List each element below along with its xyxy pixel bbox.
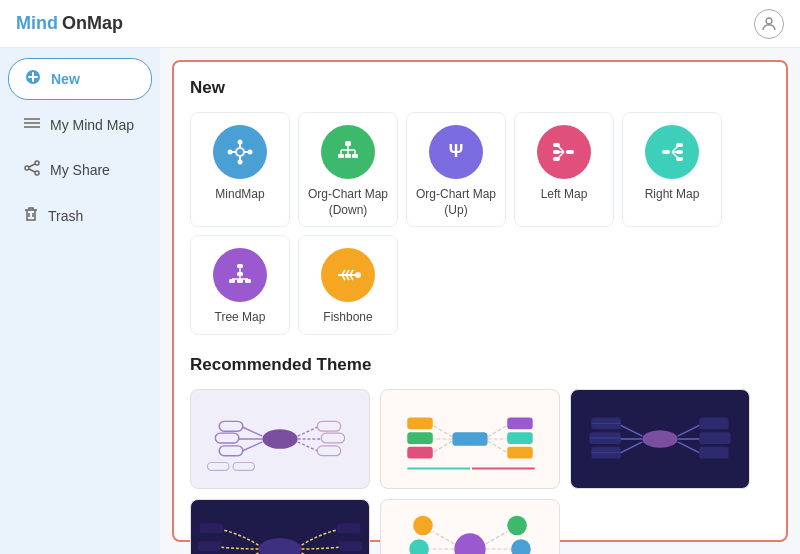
svg-point-7: [35, 171, 39, 175]
main-content: New: [160, 48, 800, 554]
svg-rect-101: [699, 417, 728, 429]
recommended-section-title: Recommended Theme: [190, 355, 770, 375]
svg-line-89: [488, 441, 510, 454]
svg-rect-78: [452, 432, 487, 446]
logo: MindOnMap: [16, 13, 123, 34]
svg-point-6: [25, 166, 29, 170]
map-card-right-map[interactable]: Right Map: [622, 112, 722, 227]
map-card-org-chart-up[interactable]: Ψ Org-Chart Map (Up): [406, 112, 506, 227]
tree-map-label: Tree Map: [215, 310, 266, 326]
org-chart-up-label: Org-Chart Map (Up): [415, 187, 497, 218]
sidebar-new-label: New: [51, 71, 80, 87]
new-section-title: New: [190, 78, 770, 98]
svg-rect-114: [339, 541, 363, 551]
svg-line-123: [486, 531, 508, 544]
svg-rect-110: [200, 523, 224, 533]
my-mind-map-icon: [24, 116, 40, 134]
svg-rect-36: [553, 143, 560, 147]
svg-line-85: [488, 424, 510, 437]
right-map-icon: [645, 125, 699, 179]
sidebar-my-mind-map-label: My Mind Map: [50, 117, 134, 133]
svg-point-93: [642, 430, 677, 448]
svg-point-20: [228, 150, 233, 155]
map-card-tree-map[interactable]: Tree Map: [190, 235, 290, 335]
map-card-left-map[interactable]: Left Map: [514, 112, 614, 227]
svg-rect-45: [676, 157, 683, 161]
svg-point-13: [237, 149, 243, 155]
theme-card-5[interactable]: [380, 499, 560, 554]
svg-rect-46: [237, 264, 243, 268]
svg-line-79: [431, 424, 453, 437]
svg-line-9: [29, 169, 35, 172]
svg-rect-111: [198, 541, 222, 551]
layout: New My Mind Map My Share: [0, 48, 800, 554]
fishbone-icon: [321, 248, 375, 302]
map-card-mindmap[interactable]: MindMap: [190, 112, 290, 227]
svg-point-21: [248, 150, 253, 155]
svg-rect-39: [662, 150, 670, 154]
mindmap-label: MindMap: [215, 187, 264, 203]
svg-rect-22: [345, 141, 351, 146]
svg-rect-37: [553, 150, 560, 154]
svg-point-19: [238, 160, 243, 165]
svg-line-68: [243, 442, 263, 451]
profile-icon[interactable]: [754, 9, 784, 39]
svg-line-64: [243, 427, 263, 436]
theme-card-3[interactable]: [570, 389, 750, 489]
svg-rect-86: [507, 417, 532, 429]
svg-rect-28: [338, 154, 344, 158]
svg-point-62: [355, 272, 361, 278]
theme-card-1[interactable]: [190, 389, 370, 489]
map-card-org-chart-down[interactable]: Org-Chart Map (Down): [298, 112, 398, 227]
mindmap-icon: [213, 125, 267, 179]
svg-rect-103: [699, 432, 730, 444]
right-map-label: Right Map: [645, 187, 700, 203]
sidebar-my-share-label: My Share: [50, 162, 110, 178]
content-box: New: [172, 60, 788, 542]
svg-rect-75: [321, 433, 345, 443]
svg-line-72: [298, 427, 318, 436]
org-chart-down-label: Org-Chart Map (Down): [307, 187, 389, 218]
my-share-icon: [24, 160, 40, 180]
svg-rect-88: [507, 432, 532, 444]
svg-point-116: [454, 533, 485, 554]
svg-rect-29: [345, 154, 351, 158]
map-card-fishbone[interactable]: Fishbone: [298, 235, 398, 335]
sidebar-item-trash[interactable]: Trash: [8, 196, 152, 236]
svg-point-63: [262, 429, 297, 449]
sidebar-item-new[interactable]: New: [8, 58, 152, 100]
svg-rect-70: [207, 462, 229, 470]
header: MindOnMap: [0, 0, 800, 48]
svg-point-126: [511, 539, 531, 554]
sidebar-trash-label: Trash: [48, 208, 83, 224]
svg-rect-43: [676, 143, 683, 147]
svg-rect-32: [566, 150, 574, 154]
theme-grid: [190, 389, 770, 554]
svg-line-100: [678, 424, 702, 436]
sidebar-item-my-share[interactable]: My Share: [8, 150, 152, 190]
theme-card-4[interactable]: [190, 499, 370, 554]
svg-line-8: [29, 164, 35, 167]
svg-rect-65: [219, 421, 243, 431]
tree-map-icon: [213, 248, 267, 302]
svg-rect-30: [352, 154, 358, 158]
map-grid: MindMap: [190, 112, 770, 335]
svg-point-120: [409, 539, 429, 554]
theme-card-2[interactable]: [380, 389, 560, 489]
svg-rect-38: [553, 157, 560, 161]
sidebar-item-my-mind-map[interactable]: My Mind Map: [8, 106, 152, 144]
svg-rect-71: [233, 462, 255, 470]
svg-rect-82: [407, 432, 432, 444]
trash-icon: [24, 206, 38, 226]
svg-rect-80: [407, 417, 432, 429]
svg-line-94: [619, 424, 643, 436]
svg-point-0: [766, 18, 772, 24]
svg-point-5: [35, 161, 39, 165]
svg-line-98: [619, 442, 643, 454]
svg-text:Ψ: Ψ: [449, 141, 464, 161]
svg-rect-113: [337, 523, 361, 533]
org-chart-down-icon: [321, 125, 375, 179]
new-icon: [25, 69, 41, 89]
logo-onmap: OnMap: [62, 13, 123, 34]
fishbone-label: Fishbone: [323, 310, 372, 326]
